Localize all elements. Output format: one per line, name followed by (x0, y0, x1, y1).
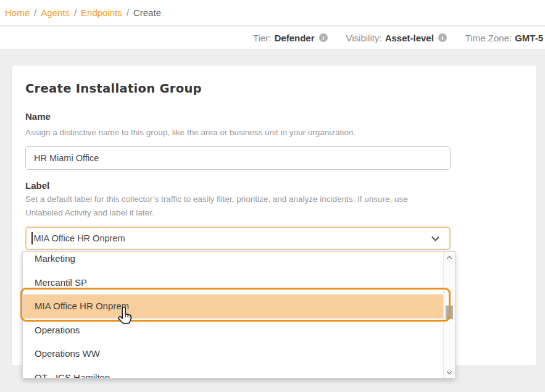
breadcrumb-link-home[interactable]: Home (5, 7, 30, 18)
breadcrumb-link-endpoints[interactable]: Endpoints (81, 7, 122, 18)
text-caret (31, 232, 33, 244)
label-select-value: MIA Office HR Onprem (34, 233, 125, 243)
chevron-down-icon[interactable] (431, 233, 439, 241)
breadcrumb-separator: / (34, 7, 36, 18)
label-field-label: Label (25, 180, 49, 191)
context-item-visibility: Visibility: Asset-level i (346, 33, 447, 43)
page-title: Create Installation Group (25, 81, 202, 96)
tier-label: Tier: (253, 33, 271, 43)
name-field-help: Assign a distinctive name to this group,… (25, 126, 356, 140)
timezone-label: Time Zone: (465, 33, 512, 43)
dropdown-option[interactable]: Operations WW (23, 342, 444, 366)
breadcrumb-link-agents[interactable]: Agents (41, 7, 70, 18)
label-select[interactable]: MIA Office HR Onprem (25, 227, 451, 250)
dropdown-scrollbar[interactable] (443, 252, 455, 378)
label-field-help: Set a default label for this collector’s… (25, 193, 434, 220)
breadcrumb: Home / Agents / Endpoints / Create (0, 0, 545, 26)
breadcrumb-current-create: Create (133, 7, 161, 18)
visibility-label: Visibility: (346, 33, 382, 43)
visibility-value: Asset-level (385, 33, 434, 43)
scroll-up-icon[interactable] (444, 252, 455, 262)
timezone-value: GMT-5 (515, 33, 543, 43)
dropdown-option-highlighted[interactable]: MIA Office HR Onprem (23, 294, 444, 319)
context-bar: Tier: Defender i Visibility: Asset-level… (0, 27, 545, 49)
info-icon[interactable]: i (438, 33, 447, 42)
breadcrumb-separator: / (74, 7, 77, 18)
label-dropdown-panel: Marketing Mercantil SP MIA Office HR Onp… (22, 251, 456, 378)
dropdown-option[interactable]: OT - ICS Hamilton (23, 366, 444, 379)
context-item-timezone: Time Zone: GMT-5 (465, 33, 543, 43)
dropdown-option[interactable]: Mercantil SP (23, 271, 444, 295)
tier-value: Defender (275, 33, 315, 43)
context-item-tier: Tier: Defender i (253, 33, 327, 43)
name-field-label: Name (25, 111, 51, 122)
scroll-down-icon[interactable] (444, 367, 455, 378)
breadcrumb-separator: / (127, 7, 129, 18)
dropdown-option[interactable]: Marketing (23, 251, 444, 271)
info-icon[interactable]: i (319, 33, 328, 42)
scrollbar-thumb[interactable] (446, 306, 453, 319)
dropdown-option[interactable]: Operations (23, 319, 444, 343)
name-input[interactable] (25, 146, 451, 170)
